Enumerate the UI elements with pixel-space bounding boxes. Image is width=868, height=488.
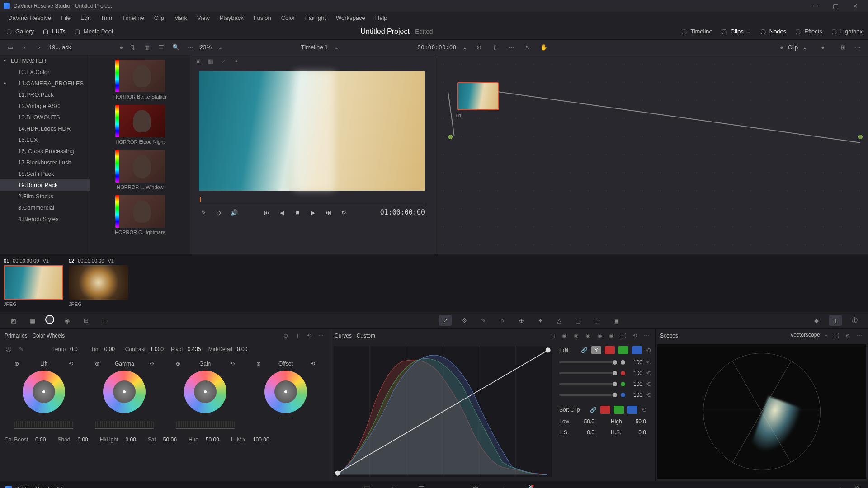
menu-fusion[interactable]: Fusion	[249, 13, 276, 23]
curves-icon[interactable]: ⟋	[439, 315, 452, 326]
menu-trim[interactable]: Trim	[96, 13, 117, 23]
low-value[interactable]: 50.0	[581, 418, 594, 425]
mode-4-icon[interactable]: ◉	[584, 332, 592, 340]
clip-thumb-01[interactable]	[4, 265, 63, 300]
maximize-button[interactable]: ▢	[826, 1, 844, 10]
hdr-icon[interactable]: ◉	[61, 315, 73, 326]
sat-value[interactable]: 50.00	[163, 436, 177, 443]
channel-value[interactable]: 100	[629, 370, 642, 376]
menu-file[interactable]: File	[57, 13, 75, 23]
gamma-wheel[interactable]	[103, 371, 146, 413]
reset-icon[interactable]: ⟲	[149, 361, 154, 367]
auto-balance-icon[interactable]: ✎	[17, 345, 25, 353]
color-node[interactable]	[457, 82, 499, 110]
unmix-icon[interactable]: ◇	[214, 208, 223, 217]
mute-icon[interactable]: 🔊	[230, 208, 239, 217]
split-icon[interactable]: ▯	[490, 42, 500, 52]
reset-icon[interactable]: ⟲	[311, 361, 315, 367]
menu-clip[interactable]: Clip	[150, 13, 169, 23]
grid-view-icon[interactable]: ▦	[142, 42, 152, 52]
clip-label[interactable]: Clip	[788, 44, 798, 51]
gallery-tab[interactable]: ▢Gallery	[5, 28, 34, 35]
folder-16-cross-processing[interactable]: 16. Cross Processing	[0, 145, 90, 157]
tracker-icon[interactable]: ⊕	[515, 315, 528, 326]
gain-values[interactable]	[167, 417, 244, 429]
picker-icon[interactable]: ⊕	[176, 361, 180, 367]
offset-master[interactable]	[279, 417, 292, 418]
list-view-icon[interactable]: ☰	[156, 42, 166, 52]
channel-slider[interactable]	[559, 394, 617, 396]
home-icon[interactable]: ⌂	[835, 484, 845, 488]
menu-playback[interactable]: Playback	[215, 13, 248, 23]
media-page-icon[interactable]: ▤	[362, 484, 373, 488]
softclip-b[interactable]	[627, 406, 637, 414]
contrast-value[interactable]: 1.000	[150, 346, 166, 352]
picker-icon[interactable]: ⊕	[256, 361, 261, 367]
rgb-mixer-icon[interactable]: ⊞	[80, 315, 92, 326]
keyframe-icon[interactable]: ◆	[810, 315, 823, 326]
link-icon[interactable]: 🔗	[581, 347, 588, 353]
auto-icon[interactable]: ⊙	[282, 332, 290, 340]
picker-icon[interactable]: ⊕	[14, 361, 19, 367]
pivot-value[interactable]: 0.435	[188, 346, 204, 352]
mode-6-icon[interactable]: ◉	[607, 332, 615, 340]
offset-values[interactable]	[247, 417, 324, 418]
nav-fwd-icon[interactable]: ›	[34, 42, 44, 52]
channel-value[interactable]: 100	[629, 359, 642, 366]
folder-14-hdr-looks-hdr[interactable]: 14.HDR.Looks.HDR	[0, 123, 90, 134]
expand-icon[interactable]: ⛶	[619, 332, 627, 340]
folder-12-vintage-asc[interactable]: 12.Vintage.ASC	[0, 100, 90, 112]
colboost-value[interactable]: 0.00	[35, 436, 46, 443]
shad-value[interactable]: 0.00	[77, 436, 88, 443]
more-icon[interactable]: ⋯	[855, 332, 863, 340]
breadcrumb[interactable]: 19....ack	[49, 44, 71, 51]
luts-tab[interactable]: ▢LUTs	[42, 28, 66, 35]
softclip-r[interactable]	[600, 406, 610, 414]
deliver-page-icon[interactable]: 🚀	[524, 484, 535, 488]
node-output-icon[interactable]	[858, 135, 863, 139]
timeline-name[interactable]: Timeline 1	[301, 44, 328, 51]
softclip-g[interactable]	[614, 406, 624, 414]
reset-icon[interactable]: ⟲	[646, 347, 651, 354]
reset-icon[interactable]: ⟲	[646, 359, 651, 366]
gain-wheel[interactable]	[184, 371, 226, 413]
settings-icon[interactable]: ⚙	[852, 484, 863, 488]
zoom-percent[interactable]: 23%	[200, 44, 212, 51]
lift-master[interactable]	[14, 421, 73, 427]
loop-icon[interactable]: ↻	[339, 208, 348, 217]
hs-value[interactable]: 0.0	[632, 429, 646, 436]
folder-17-blockbuster-lush[interactable]: 17.Blockbuster Lush	[0, 157, 90, 168]
folder-13-blowouts[interactable]: 13.BLOWOUTS	[0, 112, 90, 123]
close-button[interactable]: ✕	[846, 1, 864, 10]
picker-icon[interactable]: Ⓐ	[5, 345, 13, 353]
lift-wheel[interactable]	[23, 371, 65, 413]
menu-help[interactable]: Help	[371, 13, 392, 23]
reset-icon[interactable]: ⟲	[646, 391, 651, 399]
folder-10-fx-color[interactable]: 10.FX.Color	[0, 66, 90, 78]
high-value[interactable]: 50.0	[632, 418, 646, 425]
next-clip-icon[interactable]: ⏭	[324, 208, 333, 217]
window-icon[interactable]: ○	[496, 315, 509, 326]
sort-icon[interactable]: ⇅	[127, 42, 137, 52]
gamma-values[interactable]	[86, 417, 163, 429]
ls-value[interactable]: 0.0	[581, 429, 594, 436]
menu-timeline[interactable]: Timeline	[118, 13, 149, 23]
folder-3-commercial[interactable]: 3.Commercial	[0, 202, 90, 213]
menu-color[interactable]: Color	[277, 13, 300, 23]
channel-slider[interactable]	[559, 372, 617, 374]
folder-15-lux[interactable]: 15.LUX	[0, 134, 90, 145]
hilight-value[interactable]: 0.00	[125, 436, 136, 443]
minimize-button[interactable]: ─	[807, 1, 825, 10]
middetail-value[interactable]: 0.00	[237, 346, 253, 352]
fusion-page-icon[interactable]: ⟁	[443, 484, 454, 488]
reset-icon[interactable]: ⟲	[69, 361, 73, 367]
channel-slider[interactable]	[559, 361, 617, 363]
reset-icon[interactable]: ⟲	[230, 361, 235, 367]
menu-workspace[interactable]: Workspace	[331, 13, 370, 23]
gamma-master[interactable]	[95, 421, 154, 427]
play-icon[interactable]: ▶	[308, 208, 317, 217]
fairlight-page-icon[interactable]: ♪	[497, 484, 508, 488]
more-icon[interactable]: ⋯	[642, 332, 651, 340]
menu-edit[interactable]: Edit	[76, 13, 95, 23]
menu-mark[interactable]: Mark	[170, 13, 192, 23]
